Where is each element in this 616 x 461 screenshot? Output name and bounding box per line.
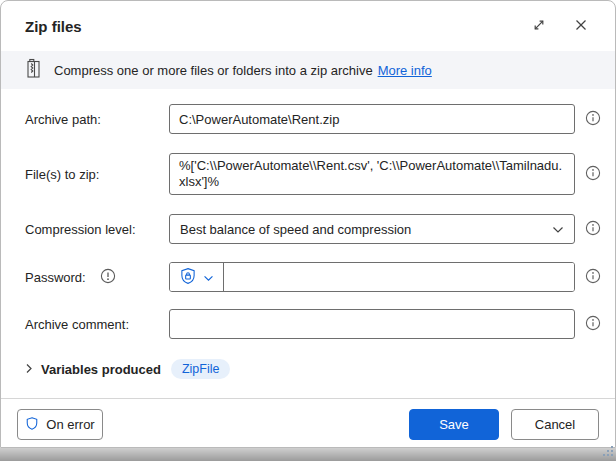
archive-comment-input[interactable] xyxy=(169,309,575,339)
files-to-zip-row: File(s) to zip: %['C:\\PowerAutomate\\Re… xyxy=(1,153,615,195)
expand-dialog-button[interactable] xyxy=(523,11,555,41)
variables-produced-toggle[interactable]: Variables produced xyxy=(25,362,161,377)
save-button[interactable]: Save xyxy=(409,409,499,440)
parameters-form: Archive path: File(s) to zip: %['C:\\Pow… xyxy=(1,104,615,381)
info-icon xyxy=(585,268,601,287)
chevron-down-icon xyxy=(203,270,214,285)
zip-files-dialog: Zip files xyxy=(0,0,616,448)
archive-path-label: Archive path: xyxy=(25,112,169,127)
expand-icon xyxy=(532,18,546,35)
zip-file-icon xyxy=(25,58,42,82)
info-icon xyxy=(585,220,601,239)
on-error-label: On error xyxy=(46,417,94,432)
archive-path-row: Archive path: xyxy=(1,104,615,134)
archive-comment-label: Archive comment: xyxy=(25,317,169,332)
close-icon xyxy=(574,18,588,35)
chevron-right-icon xyxy=(25,362,33,377)
archive-comment-row: Archive comment: xyxy=(1,309,615,339)
archive-comment-info-button[interactable] xyxy=(585,316,601,332)
files-to-zip-info-button[interactable] xyxy=(585,166,601,182)
password-row: Password: xyxy=(1,262,615,292)
password-input-type-selector[interactable] xyxy=(170,263,224,291)
titlebar: Zip files xyxy=(1,1,615,51)
password-label: Password: xyxy=(25,270,86,285)
password-warning-button[interactable] xyxy=(100,268,116,287)
cancel-button[interactable]: Cancel xyxy=(511,409,599,440)
info-icon xyxy=(585,165,601,184)
info-icon xyxy=(585,315,601,334)
dialog-title: Zip files xyxy=(25,18,513,35)
files-to-zip-label: File(s) to zip: xyxy=(25,167,169,182)
variables-produced-row: Variables produced ZipFile xyxy=(1,357,615,381)
footer: On error Save Cancel xyxy=(1,399,615,440)
zipfile-variable-badge[interactable]: ZipFile xyxy=(171,359,231,379)
info-icon xyxy=(585,110,601,129)
shield-icon xyxy=(25,416,39,434)
close-dialog-button[interactable] xyxy=(565,11,597,41)
compression-level-row: Compression level: Best balance of speed… xyxy=(1,214,615,244)
action-description-banner: Compress one or more files or folders in… xyxy=(1,51,615,89)
more-info-link[interactable]: More info xyxy=(378,63,432,78)
resize-grip[interactable] xyxy=(602,445,614,460)
banner-description: Compress one or more files or folders in… xyxy=(54,63,373,78)
compression-level-info-button[interactable] xyxy=(585,221,601,237)
compression-level-value: Best balance of speed and compression xyxy=(180,222,411,237)
password-input[interactable] xyxy=(224,263,574,291)
banner-text: Compress one or more files or folders in… xyxy=(54,63,432,78)
warning-icon xyxy=(100,268,116,287)
archive-path-input[interactable] xyxy=(169,104,575,134)
chevron-down-icon xyxy=(552,222,564,237)
password-label-group: Password: xyxy=(25,268,169,287)
archive-path-info-button[interactable] xyxy=(585,111,601,127)
compression-level-label: Compression level: xyxy=(25,222,169,237)
files-to-zip-input[interactable]: %['C:\\PowerAutomate\\Rent.csv', 'C:\\Po… xyxy=(169,153,575,195)
password-field xyxy=(169,262,575,292)
variables-produced-label: Variables produced xyxy=(41,362,161,377)
compression-level-select[interactable]: Best balance of speed and compression xyxy=(169,214,575,244)
window-shadow-strip xyxy=(0,448,616,461)
password-info-button[interactable] xyxy=(585,269,601,285)
on-error-button[interactable]: On error xyxy=(17,409,103,440)
shield-lock-icon xyxy=(179,267,197,288)
